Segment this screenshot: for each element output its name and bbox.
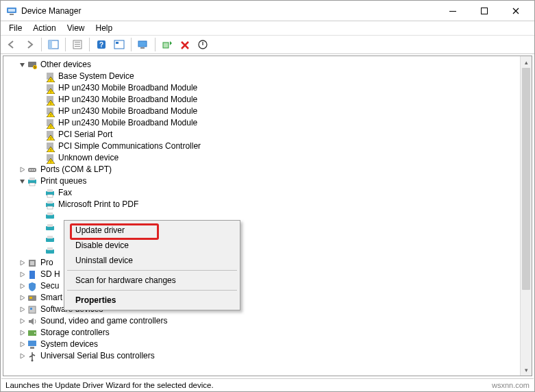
chevron-right-icon[interactable] xyxy=(17,260,27,266)
toolbar: ? xyxy=(1,35,534,54)
tree-label: Sound, video and game controllers xyxy=(40,315,167,327)
back-button[interactable] xyxy=(3,37,20,52)
chevron-right-icon[interactable] xyxy=(17,295,27,301)
context-menu-properties[interactable]: Properties xyxy=(66,293,238,308)
svg-rect-47 xyxy=(47,195,53,197)
help-button[interactable]: ? xyxy=(93,37,110,52)
forward-button[interactable] xyxy=(21,37,38,52)
chevron-right-icon[interactable] xyxy=(17,330,27,336)
close-button[interactable] xyxy=(500,1,532,21)
tree-label: Print queues xyxy=(40,175,86,187)
tree-node-broadband-2[interactable]: ! HP un2430 Mobile Broadband Module xyxy=(3,94,532,106)
tree-node-broadband-3[interactable]: ! HP un2430 Mobile Broadband Module xyxy=(3,106,532,117)
warning-device-icon: ! xyxy=(45,153,55,164)
tree-label: Storage controllers xyxy=(40,327,110,339)
tree-node-ports[interactable]: Ports (COM & LPT) xyxy=(3,164,532,175)
tree-node-broadband-1[interactable]: ! HP un2430 Mobile Broadband Module xyxy=(3,82,532,94)
svg-point-41 xyxy=(34,169,35,171)
svg-rect-15 xyxy=(138,41,147,47)
tree-label: PCI Serial Port xyxy=(58,129,112,140)
menu-help[interactable]: Help xyxy=(90,22,119,34)
chevron-right-icon[interactable] xyxy=(17,306,27,313)
watermark-text: wsxnn.com xyxy=(492,381,530,389)
tree-node-system[interactable]: System devices xyxy=(3,339,532,350)
svg-text:?: ? xyxy=(99,41,103,49)
toolbar-separator xyxy=(41,38,42,51)
speaker-icon xyxy=(27,316,38,327)
uninstall-button[interactable] xyxy=(177,37,193,52)
tree-node-usb[interactable]: Universal Serial Bus controllers xyxy=(3,350,532,362)
scan-hardware-button[interactable] xyxy=(135,37,151,52)
scroll-track[interactable] xyxy=(521,68,532,364)
device-tree[interactable]: ? Other devices ! Base System Device ! H… xyxy=(3,56,532,362)
menu-view[interactable]: View xyxy=(62,22,90,34)
shield-icon xyxy=(27,281,38,292)
printer-icon xyxy=(45,211,55,222)
tree-node-broadband-4[interactable]: ! HP un2430 Mobile Broadband Module xyxy=(3,117,532,129)
tree-label: HP un2430 Mobile Broadband Module xyxy=(58,106,197,117)
warning-device-icon: ! xyxy=(45,83,55,94)
tree-node-print-queues[interactable]: Print queues xyxy=(3,175,532,187)
context-menu-disable-device[interactable]: Disable device xyxy=(66,238,238,253)
chevron-down-icon[interactable] xyxy=(17,62,27,68)
svg-rect-68 xyxy=(30,347,34,349)
tree-node-sound[interactable]: Sound, video and game controllers xyxy=(3,315,532,327)
update-driver-button[interactable] xyxy=(159,37,175,52)
tree-node-pci-serial[interactable]: ! PCI Serial Port xyxy=(3,129,532,140)
scroll-thumb[interactable] xyxy=(522,68,530,290)
context-menu-update-driver[interactable]: Update driver xyxy=(66,223,238,238)
tree-label: SD H xyxy=(40,269,60,280)
sd-card-icon xyxy=(27,269,38,280)
chevron-right-icon[interactable] xyxy=(17,318,27,324)
svg-rect-1 xyxy=(8,9,15,12)
chevron-right-icon[interactable] xyxy=(17,353,27,359)
tree-node-ms-print-pdf[interactable]: Microsoft Print to PDF xyxy=(3,199,532,210)
tree-node-storage[interactable]: Storage controllers xyxy=(3,327,532,339)
show-hide-tree-button[interactable] xyxy=(45,37,62,52)
tree-node-fax[interactable]: Fax xyxy=(3,187,532,199)
chevron-down-icon[interactable] xyxy=(17,178,27,184)
toolbar-separator xyxy=(65,38,66,51)
svg-rect-64 xyxy=(30,308,32,310)
scroll-down-button[interactable]: ▾ xyxy=(521,364,532,376)
chevron-right-icon[interactable] xyxy=(17,167,27,173)
usb-icon xyxy=(27,351,38,362)
tree-label: HP un2430 Mobile Broadband Module xyxy=(58,117,197,129)
chevron-right-icon[interactable] xyxy=(17,341,27,347)
scroll-up-button[interactable]: ▴ xyxy=(521,56,532,68)
svg-text:?: ? xyxy=(34,65,36,69)
maximize-button[interactable] xyxy=(469,1,500,21)
svg-rect-46 xyxy=(47,189,53,192)
vertical-scrollbar[interactable]: ▴ ▾ xyxy=(520,56,532,376)
printer-icon xyxy=(45,234,55,245)
context-menu-uninstall-device[interactable]: Uninstall device xyxy=(66,253,238,268)
chevron-right-icon[interactable] xyxy=(17,271,27,278)
tree-node-pci-comm[interactable]: ! PCI Simple Communications Controller xyxy=(3,140,532,152)
software-icon xyxy=(27,304,38,315)
printer-icon xyxy=(27,176,38,187)
tree-label: Ports (COM & LPT) xyxy=(40,164,112,175)
show-hidden-button[interactable] xyxy=(111,37,127,52)
tree-node-other-devices[interactable]: ? Other devices xyxy=(3,59,532,71)
menu-file[interactable]: File xyxy=(3,22,27,34)
printer-icon xyxy=(45,246,55,257)
disable-button[interactable] xyxy=(195,37,211,52)
toolbar-separator xyxy=(89,38,90,51)
tree-node-base-system[interactable]: ! Base System Device xyxy=(3,71,532,82)
svg-rect-58 xyxy=(47,247,53,250)
chevron-right-icon[interactable] xyxy=(17,283,27,289)
svg-rect-50 xyxy=(47,206,53,209)
svg-rect-4 xyxy=(482,8,488,14)
menu-action[interactable]: Action xyxy=(27,22,61,34)
properties-button[interactable] xyxy=(69,37,86,52)
warning-device-icon: ! xyxy=(45,141,55,152)
tree-label: Fax xyxy=(58,187,72,199)
svg-rect-14 xyxy=(116,42,119,44)
device-tree-panel: ? Other devices ! Base System Device ! H… xyxy=(3,56,532,376)
minimize-button[interactable] xyxy=(437,1,469,21)
tree-label: Unknown device xyxy=(58,152,119,164)
tree-node-unknown[interactable]: ! Unknown device xyxy=(3,152,532,164)
context-menu-separator xyxy=(67,270,237,271)
context-menu-scan-hardware[interactable]: Scan for hardware changes xyxy=(66,273,238,288)
svg-rect-54 xyxy=(47,224,53,227)
